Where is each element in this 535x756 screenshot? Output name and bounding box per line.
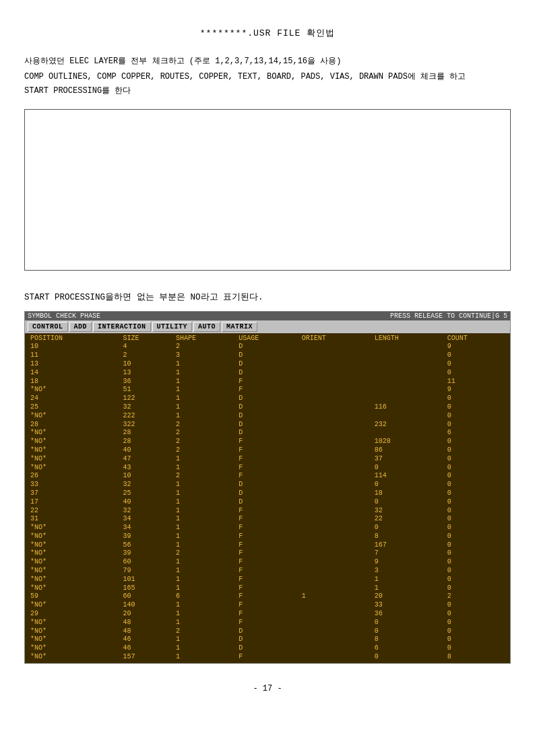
table-cell xyxy=(299,438,372,446)
table-cell: 33 xyxy=(372,601,445,610)
table-cell: 165 xyxy=(120,584,173,593)
table-cell: F xyxy=(236,472,298,481)
table-cell: 6 xyxy=(173,592,236,601)
table-cell: F xyxy=(236,549,298,558)
table-cell xyxy=(299,343,372,351)
table-cell xyxy=(372,429,445,438)
table-cell: 1 xyxy=(173,481,236,489)
table-cell: D xyxy=(236,360,298,369)
table-cell: 2 xyxy=(173,421,236,429)
table-cell xyxy=(372,351,445,360)
table-row: 59606F1202 xyxy=(28,592,507,601)
table-cell: 24 xyxy=(28,394,120,403)
table-row: *NO*431F00 xyxy=(28,464,507,473)
table-cell: *NO* xyxy=(28,653,120,662)
table-cell: 0 xyxy=(372,627,445,636)
page-container: ********.USR FILE 확인법 사용하였던 ELEC LAYER를 … xyxy=(0,0,535,756)
table-cell: 0 xyxy=(445,455,507,464)
tb-btn-control[interactable]: CONTROL xyxy=(28,322,68,332)
terminal-header-left: SYMBOL CHECK PHASE xyxy=(28,312,100,320)
table-cell xyxy=(299,541,372,550)
table-cell xyxy=(372,412,445,421)
table-cell: F xyxy=(236,567,298,576)
table-cell: 0 xyxy=(445,403,507,412)
table-row: *NO*471F370 xyxy=(28,455,507,464)
table-cell: 0 xyxy=(445,438,507,446)
table-cell: 0 xyxy=(445,421,507,429)
table-cell xyxy=(299,481,372,489)
table-cell: 1 xyxy=(173,644,236,653)
table-cell: F xyxy=(236,619,298,627)
table-cell: 1 xyxy=(173,610,236,619)
table-cell: *NO* xyxy=(28,601,120,610)
table-cell: 47 xyxy=(120,455,173,464)
table-cell: 2 xyxy=(173,343,236,351)
col-orient: ORIENT xyxy=(299,335,372,343)
table-cell: 0 xyxy=(445,394,507,403)
table-cell: 10 xyxy=(28,343,120,351)
tb-btn-auto[interactable]: AUTO xyxy=(193,322,220,332)
table-cell: 34 xyxy=(120,515,173,524)
table-cell: 39 xyxy=(120,549,173,558)
page-number: - 17 - xyxy=(24,684,511,693)
table-cell xyxy=(299,446,372,455)
table-row: *NO*402F860 xyxy=(28,446,507,455)
table-cell: *NO* xyxy=(28,644,120,653)
table-cell xyxy=(299,489,372,498)
table-cell: F xyxy=(236,601,298,610)
table-row: 17401D00 xyxy=(28,498,507,507)
table-cell: 20 xyxy=(372,592,445,601)
table-cell: 1 xyxy=(173,532,236,541)
table-cell xyxy=(299,498,372,507)
table-cell: F xyxy=(236,653,298,662)
table-cell: 4 xyxy=(120,343,173,351)
table-cell: 0 xyxy=(445,412,507,421)
table-cell: D xyxy=(236,412,298,421)
table-cell: *NO* xyxy=(28,464,120,473)
page-title: ********.USR FILE 확인법 xyxy=(24,27,511,39)
table-cell: 2 xyxy=(173,627,236,636)
col-position: POSITION xyxy=(28,335,120,343)
table-cell: *NO* xyxy=(28,558,120,567)
table-row: *NO*2221D0 xyxy=(28,412,507,421)
tb-btn-interaction[interactable]: INTERACTION xyxy=(93,322,151,332)
table-cell: *NO* xyxy=(28,446,120,455)
tb-btn-matrix[interactable]: MATRIX xyxy=(222,322,257,332)
table-row: *NO*282F10280 xyxy=(28,438,507,446)
table-row: 283222D2320 xyxy=(28,421,507,429)
table-cell: F xyxy=(236,438,298,446)
table-cell xyxy=(299,421,372,429)
table-cell: 29 xyxy=(28,610,120,619)
table-cell: D xyxy=(236,429,298,438)
table-cell: 3 xyxy=(173,351,236,360)
table-cell: 9 xyxy=(445,343,507,351)
table-cell: 28 xyxy=(28,421,120,429)
table-cell: 114 xyxy=(372,472,445,481)
table-row: *NO*511F9 xyxy=(28,386,507,394)
col-shape: SHAPE xyxy=(173,335,236,343)
table-cell: *NO* xyxy=(28,635,120,644)
table-cell: *NO* xyxy=(28,567,120,576)
tb-btn-utility[interactable]: UTILITY xyxy=(152,322,193,332)
table-cell: 1 xyxy=(173,567,236,576)
table-cell: F xyxy=(236,592,298,601)
table-cell xyxy=(299,619,372,627)
table-cell: 1028 xyxy=(372,438,445,446)
table-cell: 0 xyxy=(445,635,507,644)
table-cell: 25 xyxy=(28,403,120,412)
tb-btn-add[interactable]: ADD xyxy=(69,322,92,332)
table-cell: 32 xyxy=(120,481,173,489)
table-cell: D xyxy=(236,403,298,412)
table-cell: 34 xyxy=(120,524,173,532)
table-cell xyxy=(299,601,372,610)
table-cell: 59 xyxy=(28,592,120,601)
table-cell: 37 xyxy=(372,455,445,464)
table-cell: 1 xyxy=(372,576,445,584)
table-cell: 1 xyxy=(173,653,236,662)
table-cell: 0 xyxy=(445,464,507,473)
table-cell: 1 xyxy=(173,378,236,386)
table-cell: 33 xyxy=(28,481,120,489)
table-cell: F xyxy=(236,386,298,394)
table-cell: D xyxy=(236,489,298,498)
table-cell: 10 xyxy=(120,360,173,369)
